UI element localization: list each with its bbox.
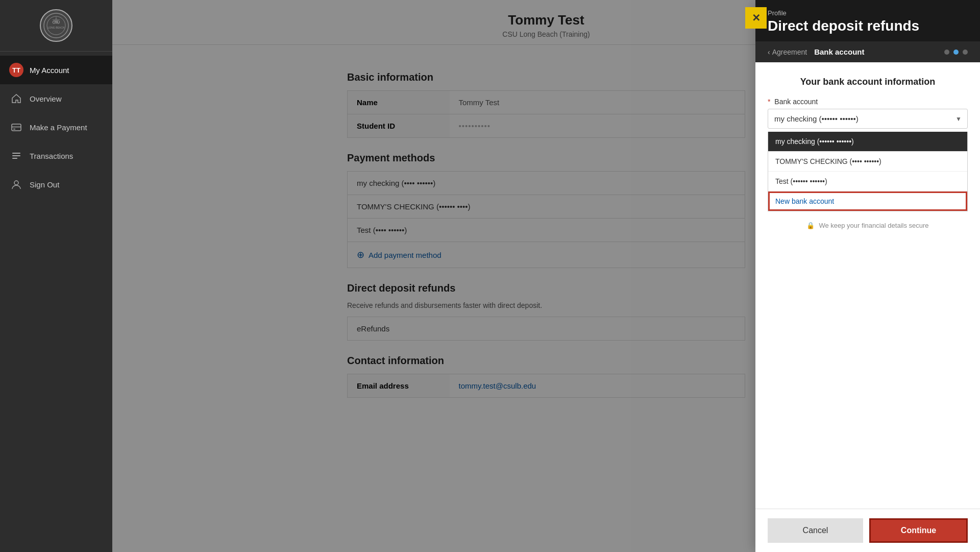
sidebar-item-my-account[interactable]: TT My Account bbox=[0, 56, 112, 84]
side-panel: ✕ Profile Direct deposit refunds ‹ Agree… bbox=[755, 0, 980, 552]
panel-main-title: Direct deposit refunds bbox=[768, 18, 968, 34]
panel-footer: Cancel Continue bbox=[755, 509, 980, 552]
signout-icon bbox=[9, 177, 23, 191]
chevron-left-icon: ‹ bbox=[768, 48, 770, 56]
step-dot-1 bbox=[944, 50, 949, 55]
bank-account-dropdown: my checking (•••••• ••••••) TOMMY'S CHEC… bbox=[768, 132, 968, 211]
svg-rect-10 bbox=[12, 158, 17, 159]
panel-header: ✕ Profile Direct deposit refunds bbox=[755, 0, 980, 41]
user-avatar: TT bbox=[9, 63, 23, 77]
sidebar-logo: CSU LONG BEACH bbox=[0, 0, 112, 52]
bank-account-select-wrapper: my checking (•••••• ••••••) ▼ bbox=[768, 109, 968, 129]
institution-logo: CSU LONG BEACH bbox=[40, 9, 72, 42]
cancel-button[interactable]: Cancel bbox=[768, 518, 863, 543]
step-dots bbox=[944, 50, 968, 55]
sidebar-item-label: Make a Payment bbox=[30, 123, 87, 132]
required-marker: * bbox=[768, 98, 770, 106]
svg-rect-7 bbox=[13, 129, 15, 130]
list-icon bbox=[9, 149, 23, 163]
sidebar-nav: TT My Account Overview Make a Payment bbox=[0, 52, 112, 552]
person-icon: TT bbox=[9, 63, 23, 77]
home-icon bbox=[9, 91, 23, 106]
sidebar-item-overview[interactable]: Overview bbox=[0, 84, 112, 113]
field-label-text: Bank account bbox=[774, 98, 818, 106]
svg-point-11 bbox=[14, 181, 18, 185]
panel-steps: ‹ Agreement Bank account bbox=[755, 41, 980, 62]
panel-section-title: Your bank account information bbox=[768, 77, 968, 87]
panel-profile-label: Profile bbox=[768, 9, 968, 17]
sidebar-item-sign-out[interactable]: Sign Out bbox=[0, 170, 112, 199]
svg-rect-9 bbox=[12, 155, 20, 156]
sidebar-item-transactions[interactable]: Transactions bbox=[0, 141, 112, 170]
sidebar: CSU LONG BEACH TT My Account Overview bbox=[0, 0, 112, 552]
close-button[interactable]: ✕ bbox=[745, 7, 767, 29]
step-dot-3 bbox=[963, 50, 968, 55]
panel-body: Your bank account information * Bank acc… bbox=[755, 62, 980, 509]
bank-account-label: * Bank account bbox=[768, 98, 968, 106]
lock-icon: 🔒 bbox=[806, 222, 815, 229]
dropdown-item-my-checking[interactable]: my checking (•••••• ••••••) bbox=[768, 132, 967, 152]
security-note: 🔒 We keep your financial details secure bbox=[768, 211, 968, 234]
payment-icon bbox=[9, 120, 23, 134]
sidebar-item-label: My Account bbox=[30, 66, 69, 75]
sidebar-item-label: Overview bbox=[30, 94, 62, 103]
sidebar-item-make-payment[interactable]: Make a Payment bbox=[0, 113, 112, 141]
svg-rect-8 bbox=[12, 153, 20, 154]
sidebar-item-label: Transactions bbox=[30, 152, 73, 160]
sidebar-item-label: Sign Out bbox=[30, 180, 59, 189]
step-back-label: Agreement bbox=[772, 48, 807, 56]
dropdown-item-new-bank-account[interactable]: New bank account bbox=[768, 191, 967, 211]
continue-button[interactable]: Continue bbox=[869, 518, 968, 543]
dropdown-item-tommys-checking[interactable]: TOMMY'S CHECKING (•••• ••••••) bbox=[768, 152, 967, 172]
select-value: my checking (•••••• ••••••) bbox=[774, 114, 859, 123]
svg-text:LONG BEACH: LONG BEACH bbox=[48, 26, 65, 29]
step-current-label: Bank account bbox=[814, 47, 864, 56]
step-back-button[interactable]: ‹ Agreement bbox=[768, 48, 807, 56]
security-note-text: We keep your financial details secure bbox=[819, 222, 928, 229]
svg-rect-6 bbox=[12, 126, 21, 128]
bank-account-select[interactable]: my checking (•••••• ••••••) bbox=[768, 109, 968, 129]
step-dot-2 bbox=[953, 50, 959, 55]
dropdown-item-test[interactable]: Test (•••••• ••••••) bbox=[768, 172, 967, 191]
